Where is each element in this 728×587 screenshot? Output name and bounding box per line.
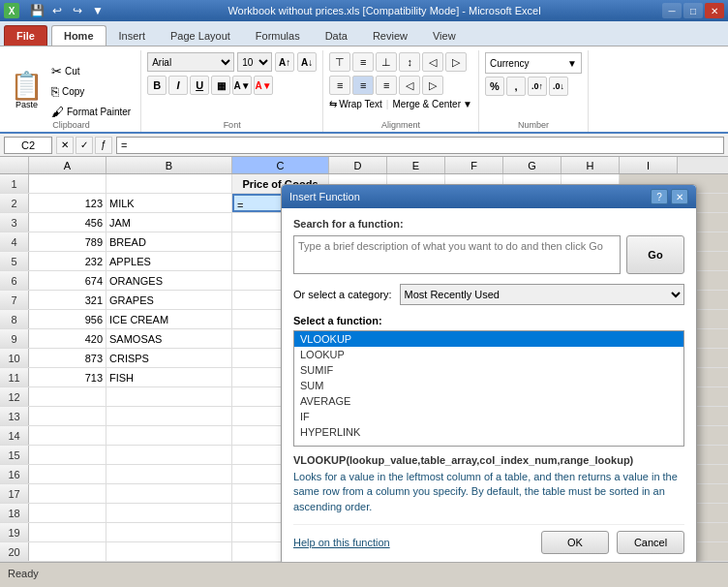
insert-function-bar-button[interactable]: ƒ: [95, 137, 112, 154]
function-item-hyperlink[interactable]: HYPERLINK: [294, 424, 683, 440]
col-header-b[interactable]: B: [106, 157, 232, 173]
tab-file[interactable]: File: [4, 25, 47, 46]
cut-button[interactable]: ✂ Cut: [47, 62, 135, 80]
decrease-decimal-button[interactable]: .0↓: [549, 77, 568, 96]
col-header-d[interactable]: D: [329, 157, 387, 173]
function-list[interactable]: VLOOKUP LOOKUP SUMIF SUM AVERAGE IF HYPE…: [293, 330, 684, 447]
increase-font-button[interactable]: A↑: [275, 52, 294, 72]
status-bar: Ready: [0, 562, 728, 583]
function-item-average[interactable]: AVERAGE: [294, 393, 683, 409]
merge-center-button[interactable]: Merge & Center ▼: [392, 99, 472, 109]
paste-button[interactable]: 📋 Paste: [8, 71, 46, 111]
tab-home[interactable]: Home: [51, 25, 106, 46]
help-link[interactable]: Help on this function: [293, 537, 390, 548]
align-left-button[interactable]: ≡: [329, 76, 350, 95]
redo-button[interactable]: ↪: [69, 3, 86, 18]
font-label: Font: [141, 120, 322, 130]
tab-data[interactable]: Data: [313, 25, 360, 46]
quick-access-toolbar: X 💾 ↩ ↪ ▼ Workbook without prices.xls [C…: [0, 0, 728, 21]
tab-formulas[interactable]: Formulas: [243, 25, 313, 46]
formula-bar: ✕ ✓ ƒ: [0, 134, 728, 157]
format-painter-button[interactable]: 🖌 Format Painter: [47, 103, 135, 121]
format-painter-icon: 🖌: [51, 105, 64, 119]
number-label: Number: [479, 120, 588, 130]
undo-button[interactable]: ↩: [48, 3, 66, 18]
align-center-button[interactable]: ≡: [352, 76, 374, 95]
dialog-help-icon[interactable]: ?: [651, 189, 668, 204]
confirm-formula-button[interactable]: ✓: [76, 137, 93, 154]
align-right-button[interactable]: ≡: [376, 76, 397, 95]
cut-icon: ✂: [51, 64, 62, 78]
cancel-formula-button[interactable]: ✕: [56, 137, 74, 154]
function-item-if[interactable]: IF: [294, 409, 683, 424]
decrease-indent-button[interactable]: ◁: [399, 76, 420, 95]
close-button[interactable]: ✕: [705, 3, 724, 18]
tab-insert[interactable]: Insert: [106, 25, 159, 46]
paste-icon: 📋: [10, 73, 44, 100]
italic-button[interactable]: I: [168, 76, 188, 95]
font-size-select[interactable]: 10 8 12 14: [237, 52, 272, 72]
select-function-label: Select a function:: [293, 315, 684, 326]
tab-page-layout[interactable]: Page Layout: [158, 25, 243, 46]
category-label: Or select a category:: [293, 289, 392, 300]
function-item-sumif[interactable]: SUMIF: [294, 362, 683, 378]
indent-increase-button[interactable]: ▷: [445, 52, 467, 72]
col-header-f[interactable]: F: [445, 157, 503, 173]
cell-reference-box[interactable]: [4, 137, 52, 154]
tab-review[interactable]: Review: [360, 25, 420, 46]
indent-decrease-button[interactable]: ◁: [422, 52, 443, 72]
align-middle-button[interactable]: ≡: [352, 52, 374, 72]
category-select[interactable]: Most Recently Used All Financial Date & …: [400, 284, 685, 305]
number-format-select[interactable]: Currency ▼: [485, 52, 582, 74]
paste-label: Paste: [15, 100, 38, 109]
copy-button[interactable]: ⎘ Copy: [47, 82, 135, 101]
tab-view[interactable]: View: [420, 25, 469, 46]
percent-button[interactable]: %: [485, 77, 504, 96]
align-top-button[interactable]: ⊤: [329, 52, 350, 72]
title-bar: Workbook without prices.xls [Compatibili…: [109, 5, 659, 16]
underline-button[interactable]: U: [190, 76, 209, 95]
border-button[interactable]: ▦: [211, 76, 230, 95]
function-item-sum[interactable]: SUM: [294, 378, 683, 393]
col-header-i[interactable]: I: [620, 157, 678, 173]
number-group: Currency ▼ % , .0↑ .0↓ Number: [479, 50, 589, 132]
dialog-close-icon[interactable]: ✕: [671, 189, 688, 204]
font-name-select[interactable]: Arial Calibri Times New Roman: [147, 52, 234, 72]
qat-dropdown-button[interactable]: ▼: [89, 3, 106, 18]
insert-function-dialog: Insert Function ? ✕ Search for a functio…: [281, 184, 697, 562]
clipboard-group: 📋 Paste ✂ Cut ⎘ Copy 🖌 Format Painter Cl…: [2, 50, 141, 132]
go-button[interactable]: Go: [626, 235, 684, 274]
window-title: Workbook without prices.xls [Compatibili…: [228, 5, 540, 16]
wrap-text-button[interactable]: ⇆ Wrap Text: [329, 99, 382, 109]
increase-indent-button[interactable]: ▷: [422, 76, 443, 95]
font-color-button[interactable]: A▼: [254, 76, 273, 95]
wrap-text-icon: ⇆: [329, 99, 337, 109]
comma-button[interactable]: ,: [506, 77, 526, 96]
align-bottom-button[interactable]: ⊥: [376, 52, 397, 72]
increase-decimal-button[interactable]: .0↑: [528, 77, 547, 96]
col-header-g[interactable]: G: [503, 157, 561, 173]
col-header-c[interactable]: C: [232, 157, 329, 173]
fill-color-button[interactable]: A▼: [232, 76, 252, 95]
dialog-title-bar: Insert Function ? ✕: [282, 185, 696, 208]
decrease-font-button[interactable]: A↓: [297, 52, 317, 72]
save-button[interactable]: 💾: [28, 3, 46, 18]
col-header-h[interactable]: H: [561, 157, 620, 173]
status-text: Ready: [8, 568, 39, 579]
text-direction-button[interactable]: ↕: [399, 52, 420, 72]
maximize-button[interactable]: □: [683, 3, 703, 18]
function-search-input[interactable]: [293, 235, 621, 274]
ok-button[interactable]: OK: [541, 531, 609, 554]
font-group: Arial Calibri Times New Roman 10 8 12 14…: [141, 50, 323, 132]
function-item-vlookup[interactable]: VLOOKUP: [294, 331, 683, 347]
minimize-button[interactable]: ─: [662, 3, 682, 18]
cancel-button[interactable]: Cancel: [617, 531, 684, 554]
ribbon: 📋 Paste ✂ Cut ⎘ Copy 🖌 Format Painter Cl…: [0, 46, 728, 134]
formula-input[interactable]: [116, 137, 724, 154]
function-item-lookup[interactable]: LOOKUP: [294, 347, 683, 362]
dialog-title-text: Insert Function: [289, 191, 360, 202]
bold-button[interactable]: B: [147, 76, 167, 95]
column-headers: A B C D E F G H I: [0, 157, 728, 174]
col-header-a[interactable]: A: [29, 157, 106, 173]
col-header-e[interactable]: E: [387, 157, 445, 173]
